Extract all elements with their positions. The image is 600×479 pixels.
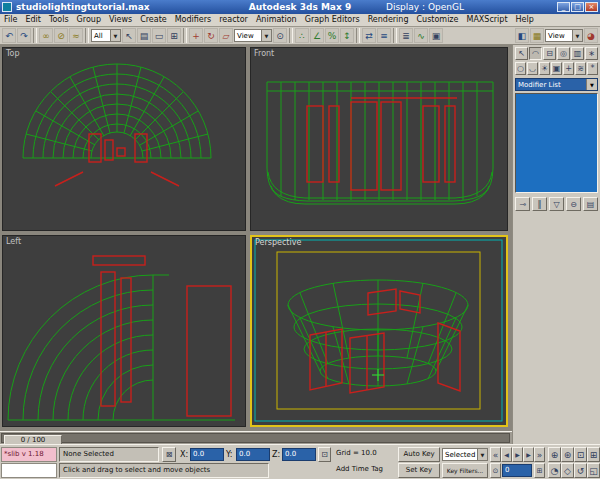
maxscript-mini-listener[interactable]: *slib v 1.18 — [1, 447, 57, 462]
zoom-extents-button[interactable]: ⊡ — [574, 447, 587, 462]
add-time-tag[interactable]: Add Time Tag — [336, 465, 383, 473]
schematic-view-button[interactable]: ▣ — [429, 28, 443, 43]
tab-create[interactable]: ↖ — [515, 47, 528, 60]
align-button[interactable]: ≡ — [377, 28, 391, 43]
minimize-button[interactable]: _ — [557, 2, 570, 12]
key-mode-toggle-button[interactable]: ⊙ — [490, 463, 501, 478]
menu-maxscript[interactable]: MAXScript — [462, 14, 511, 26]
close-button[interactable]: × — [585, 2, 598, 12]
category-helpers[interactable]: + — [563, 62, 574, 75]
select-by-name-button[interactable]: ▤ — [137, 28, 151, 43]
modifier-stack[interactable] — [515, 93, 598, 193]
category-geometry[interactable]: ○ — [515, 62, 526, 75]
render-setup-button[interactable]: ▦ — [530, 28, 544, 43]
y-coordinate-field[interactable]: 0.0 — [236, 448, 270, 461]
category-space-warps[interactable]: ≋ — [575, 62, 586, 75]
menu-rendering[interactable]: Rendering — [364, 14, 413, 26]
play-animation-button[interactable]: ▶ — [512, 447, 523, 462]
category-shapes[interactable]: ◡ — [527, 62, 538, 75]
viewport-front[interactable]: Front — [250, 47, 508, 231]
select-scale-button[interactable]: ▱ — [219, 28, 233, 43]
viewport-top[interactable]: Top — [2, 47, 246, 231]
current-frame-field[interactable]: 0 — [502, 464, 532, 477]
category-systems[interactable]: * — [587, 62, 598, 75]
reference-coordinate-dropdown[interactable]: View ▼ — [234, 29, 272, 42]
modifier-list-dropdown[interactable]: Modifier List ▼ — [515, 78, 598, 91]
key-filters-button[interactable]: Key Filters... — [442, 463, 488, 478]
category-lights[interactable]: ☀ — [539, 62, 550, 75]
menu-help[interactable]: Help — [512, 14, 538, 26]
category-cameras[interactable]: ▣ — [551, 62, 562, 75]
window-crossing-button[interactable]: ⊞ — [167, 28, 181, 43]
arc-rotate-button[interactable]: ↺ — [574, 463, 587, 478]
viewport-perspective[interactable]: Perspective — [250, 235, 508, 427]
pin-stack-button[interactable]: ⊸ — [515, 197, 530, 211]
tab-modify[interactable]: ◠ — [529, 47, 542, 60]
selection-region-button[interactable]: ▭ — [152, 28, 166, 43]
menu-edit[interactable]: Edit — [21, 14, 45, 26]
viewport-perspective-label[interactable]: Perspective — [255, 238, 301, 247]
menu-create[interactable]: Create — [136, 14, 171, 26]
layer-manager-button[interactable]: ≣ — [399, 28, 413, 43]
zoom-all-button[interactable]: ⊛ — [561, 447, 574, 462]
tab-motion[interactable]: ◎ — [557, 47, 570, 60]
zoom-button[interactable]: ⊕ — [548, 447, 561, 462]
menu-graph-editors[interactable]: Graph Editors — [301, 14, 364, 26]
menu-animation[interactable]: Animation — [252, 14, 301, 26]
maximize-button[interactable]: □ — [571, 2, 584, 12]
z-coordinate-field[interactable]: 0.0 — [282, 448, 316, 461]
menu-file[interactable]: File — [0, 14, 21, 26]
key-mode-dropdown[interactable]: Selected ▼ — [442, 448, 488, 461]
tab-display[interactable]: ▥ — [571, 47, 584, 60]
menu-customize[interactable]: Customize — [412, 14, 462, 26]
next-frame-button[interactable]: ▶ — [523, 447, 534, 462]
menu-reactor[interactable]: reactor — [215, 14, 252, 26]
time-slider-track[interactable]: 0 / 100 — [1, 433, 510, 443]
remove-modifier-button[interactable]: ⊖ — [566, 197, 581, 211]
percent-snap-button[interactable]: % — [325, 28, 339, 43]
material-editor-button[interactable]: ◧ — [515, 28, 529, 43]
go-to-end-button[interactable]: » — [534, 447, 545, 462]
use-pivot-point-button[interactable]: ⊙ — [273, 28, 287, 43]
unlink-selection-button[interactable]: ⊘ — [54, 28, 68, 43]
mirror-button[interactable]: ⇄ — [362, 28, 376, 43]
time-configuration-button[interactable]: ⊞ — [534, 463, 545, 478]
maxscript-mini-listener-output[interactable] — [1, 463, 57, 478]
quick-render-button[interactable]: ◕ — [584, 28, 598, 43]
viewport-left[interactable]: Left — [2, 235, 246, 427]
configure-modifier-sets-button[interactable]: ▤ — [583, 197, 598, 211]
menu-tools[interactable]: Tools — [45, 14, 73, 26]
min-max-toggle-button[interactable]: ◱ — [587, 463, 600, 478]
go-to-start-button[interactable]: « — [490, 447, 501, 462]
lock-selection-toggle[interactable]: ⊠ — [162, 447, 176, 462]
render-type-dropdown[interactable]: View ▼ — [545, 29, 583, 42]
x-coordinate-field[interactable]: 0.0 — [190, 448, 224, 461]
menu-group[interactable]: Group — [73, 14, 105, 26]
undo-button[interactable]: ↶ — [2, 28, 16, 43]
selection-filter-dropdown[interactable]: All ▼ — [91, 29, 121, 42]
auto-key-button[interactable]: Auto Key — [398, 447, 440, 462]
select-object-button[interactable]: ↖ — [122, 28, 136, 43]
spinner-snap-button[interactable]: ↕ — [340, 28, 354, 43]
previous-frame-button[interactable]: ◀ — [501, 447, 512, 462]
select-rotate-button[interactable]: ↻ — [204, 28, 218, 43]
tab-hierarchy[interactable]: ⊟ — [543, 47, 556, 60]
select-link-button[interactable]: ∞ — [39, 28, 53, 43]
viewport-top-label[interactable]: Top — [6, 49, 20, 58]
tab-utilities[interactable]: ∗ — [585, 47, 598, 60]
curve-editor-button[interactable]: ∿ — [414, 28, 428, 43]
set-key-button[interactable]: Set Key — [398, 463, 440, 478]
absolute-mode-toggle[interactable]: ⊡ — [318, 447, 331, 462]
menu-modifiers[interactable]: Modifiers — [171, 14, 216, 26]
bind-space-warp-button[interactable]: ≈ — [69, 28, 83, 43]
redo-button[interactable]: ↷ — [17, 28, 31, 43]
make-unique-button[interactable]: ▽ — [549, 197, 564, 211]
snaps-toggle-button[interactable]: ∴ — [295, 28, 309, 43]
viewport-front-label[interactable]: Front — [254, 49, 274, 58]
menu-views[interactable]: Views — [105, 14, 136, 26]
select-move-button[interactable]: + — [189, 28, 203, 43]
zoom-extents-all-button[interactable]: ⊞ — [587, 447, 600, 462]
show-end-result-button[interactable]: ‖ — [532, 197, 547, 211]
field-of-view-button[interactable]: ◔ — [548, 463, 561, 478]
viewport-left-label[interactable]: Left — [6, 237, 21, 246]
